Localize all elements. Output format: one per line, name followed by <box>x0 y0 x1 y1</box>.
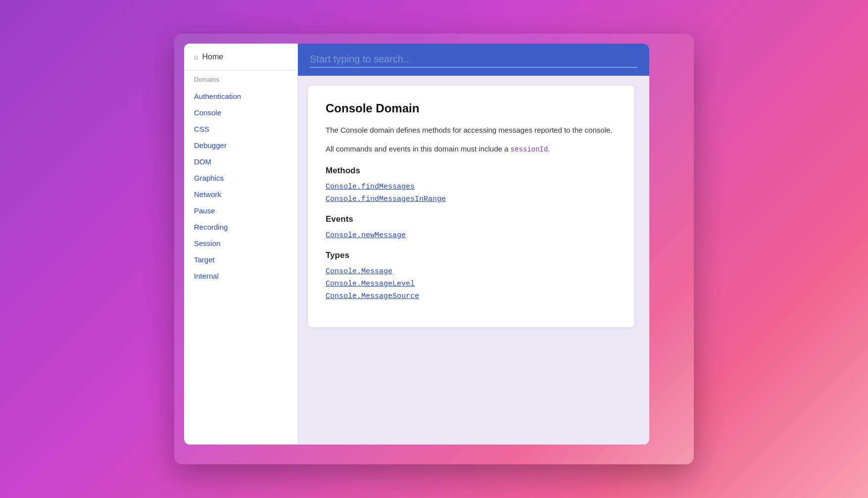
sidebar-link-internal[interactable]: Internal <box>184 268 297 284</box>
method-findMessagesInRange[interactable]: Console.findMessagesInRange <box>326 194 617 203</box>
events-list: Console.newMessage <box>326 230 617 240</box>
method-link-findMessages[interactable]: Console.findMessages <box>326 183 415 191</box>
sidebar-item-network[interactable]: Network <box>184 186 297 202</box>
search-bar <box>298 44 649 76</box>
methods-list: Console.findMessages Console.findMessage… <box>326 182 617 203</box>
types-heading: Types <box>326 250 617 260</box>
sidebar-item-target[interactable]: Target <box>184 251 297 268</box>
sidebar-item-authentication[interactable]: Authentication <box>184 88 297 104</box>
session-id-code: sessionId <box>511 146 548 153</box>
sidebar-link-session[interactable]: Session <box>184 235 297 251</box>
type-link-MessageSource[interactable]: Console.MessageSource <box>326 292 419 300</box>
doc-session-line: All commands and events in this domain m… <box>326 143 617 155</box>
sidebar-item-pause[interactable]: Pause <box>184 202 297 219</box>
sidebar-link-network[interactable]: Network <box>184 186 297 202</box>
types-list: Console.Message Console.MessageLevel Con… <box>326 266 617 300</box>
sidebar-link-debugger[interactable]: Debugger <box>184 137 297 153</box>
sidebar-home-link[interactable]: ⌂ Home <box>184 44 297 71</box>
event-link-newMessage[interactable]: Console.newMessage <box>326 231 406 240</box>
session-line-prefix: All commands and events in this domain m… <box>326 145 511 153</box>
sidebar-nav: Authentication Console CSS Debugger DOM <box>184 86 297 286</box>
session-line-suffix: . <box>548 145 550 153</box>
content-area: Console Domain The Console domain define… <box>298 76 649 445</box>
type-Message[interactable]: Console.Message <box>326 266 617 276</box>
doc-description: The Console domain defines methods for a… <box>326 124 617 136</box>
sidebar-link-dom[interactable]: DOM <box>184 153 297 170</box>
home-icon: ⌂ <box>194 53 198 61</box>
methods-heading: Methods <box>326 166 617 176</box>
outer-window: ⌂ Home Domains Authentication Console CS… <box>174 34 694 464</box>
sidebar-domains-label: Domains <box>184 71 297 86</box>
sidebar-item-console[interactable]: Console <box>184 104 297 121</box>
sidebar-item-internal[interactable]: Internal <box>184 268 297 284</box>
method-findMessages[interactable]: Console.findMessages <box>326 182 617 191</box>
sidebar-link-authentication[interactable]: Authentication <box>184 88 297 104</box>
search-input[interactable] <box>310 51 637 68</box>
sidebar-item-session[interactable]: Session <box>184 235 297 251</box>
sidebar-item-graphics[interactable]: Graphics <box>184 170 297 186</box>
type-link-MessageLevel[interactable]: Console.MessageLevel <box>326 280 415 288</box>
sidebar: ⌂ Home Domains Authentication Console CS… <box>184 44 298 445</box>
type-link-Message[interactable]: Console.Message <box>326 267 392 276</box>
sidebar-item-dom[interactable]: DOM <box>184 153 297 170</box>
type-MessageSource[interactable]: Console.MessageSource <box>326 291 617 300</box>
doc-title: Console Domain <box>326 101 617 115</box>
events-heading: Events <box>326 214 617 224</box>
sidebar-link-target[interactable]: Target <box>184 251 297 268</box>
sidebar-link-pause[interactable]: Pause <box>184 202 297 219</box>
type-MessageLevel[interactable]: Console.MessageLevel <box>326 279 617 288</box>
main-content: Console Domain The Console domain define… <box>298 44 649 445</box>
sidebar-link-css[interactable]: CSS <box>184 121 297 137</box>
sidebar-item-css[interactable]: CSS <box>184 121 297 137</box>
sidebar-home-label: Home <box>202 52 223 61</box>
method-link-findMessagesInRange[interactable]: Console.findMessagesInRange <box>326 195 446 203</box>
sidebar-link-graphics[interactable]: Graphics <box>184 170 297 186</box>
sidebar-link-console[interactable]: Console <box>184 104 297 121</box>
sidebar-link-recording[interactable]: Recording <box>184 219 297 235</box>
sidebar-item-recording[interactable]: Recording <box>184 219 297 235</box>
event-newMessage[interactable]: Console.newMessage <box>326 230 617 240</box>
doc-card: Console Domain The Console domain define… <box>308 86 634 327</box>
sidebar-item-debugger[interactable]: Debugger <box>184 137 297 153</box>
app-layout: ⌂ Home Domains Authentication Console CS… <box>184 44 649 445</box>
inner-window: ⌂ Home Domains Authentication Console CS… <box>184 44 649 445</box>
